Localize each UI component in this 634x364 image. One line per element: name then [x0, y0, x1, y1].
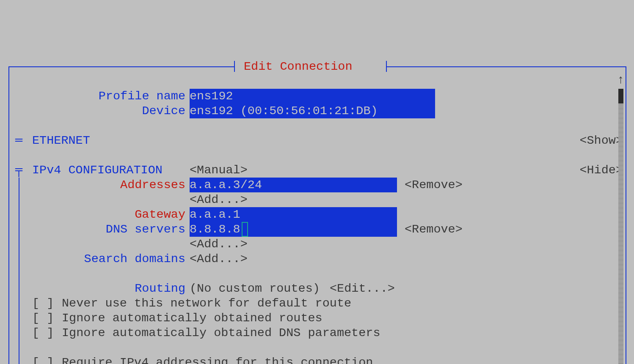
dns-label: DNS servers — [106, 222, 185, 237]
cb-ignore-dns-label: Ignore automatically obtained DNS parame… — [62, 326, 380, 340]
routing-edit-button[interactable]: <Edit...> — [330, 281, 395, 296]
ethernet-collapse-icon[interactable]: ═ — [15, 133, 22, 148]
device-input[interactable] — [190, 104, 435, 118]
cb-ignore-dns-box[interactable]: [ ] — [32, 326, 54, 340]
ipv4-mode-button[interactable]: <Manual> — [190, 163, 248, 178]
dialog-title: Edit Connection — [244, 59, 353, 74]
ipv4-section-label: IPv4 CONFIGURATION — [32, 163, 163, 178]
address-0-input[interactable] — [190, 178, 397, 192]
scrollbar-thumb[interactable] — [618, 89, 623, 104]
addresses-label: Addresses — [120, 178, 185, 192]
dns-0-input[interactable] — [190, 222, 397, 237]
cb-require-ipv4-box[interactable]: [ ] — [32, 355, 54, 364]
cb-never-default-label: Never use this network for default route — [62, 296, 351, 311]
scroll-up-icon[interactable]: ↑ — [617, 73, 624, 88]
address-add-button[interactable]: <Add...> — [190, 192, 248, 207]
gateway-input[interactable] — [190, 207, 397, 222]
search-domains-label: Search domains — [84, 252, 185, 266]
scrollbar-track[interactable] — [618, 104, 623, 364]
dns-0-remove-button[interactable]: <Remove> — [405, 222, 463, 237]
edit-connection-dialog: Edit Connection Profile name Device ═ ET… — [0, 59, 634, 364]
profile-name-label: Profile name — [99, 89, 185, 104]
ipv4-hide-button[interactable]: <Hide> — [579, 163, 623, 178]
cb-require-ipv4-label: Require IPv4 addressing for this connect… — [62, 355, 373, 364]
profile-name-input[interactable] — [190, 89, 435, 104]
ethernet-section-label: ETHERNET — [32, 133, 90, 148]
routing-label: Routing — [135, 281, 185, 296]
ethernet-show-button[interactable]: <Show> — [579, 133, 623, 148]
address-0-remove-button[interactable]: <Remove> — [405, 178, 463, 192]
routing-status-text: (No custom routes) — [190, 281, 320, 296]
ipv4-collapse-icon[interactable]: ╤ — [15, 163, 22, 178]
text-cursor — [242, 222, 248, 237]
search-domains-add-button[interactable]: <Add...> — [190, 252, 248, 266]
cb-ignore-routes-box[interactable]: [ ] — [32, 311, 54, 326]
device-label: Device — [142, 104, 185, 118]
dns-add-button[interactable]: <Add...> — [190, 237, 248, 252]
cb-ignore-routes-label: Ignore automatically obtained routes — [62, 311, 323, 326]
cb-never-default-box[interactable]: [ ] — [32, 296, 54, 311]
gateway-label: Gateway — [135, 207, 185, 222]
